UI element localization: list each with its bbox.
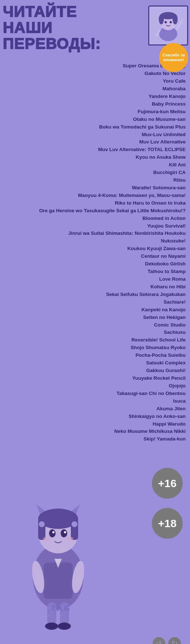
manga-list-item[interactable]: Koukou Kyuuji Zawa-san bbox=[0, 245, 186, 253]
manga-list-item[interactable]: Kanpeki na Kanojo bbox=[0, 306, 186, 314]
thanks-bubble: Спасибо за внимание! bbox=[159, 43, 188, 72]
svg-point-38 bbox=[61, 615, 62, 616]
mascot-box bbox=[148, 5, 188, 46]
title-line-3: Переводы: bbox=[3, 36, 145, 52]
manga-list-item[interactable]: Reversible! School Life bbox=[0, 336, 186, 344]
manga-list-item[interactable]: Kyou no Asuka Show bbox=[0, 154, 186, 161]
age-badge-18[interactable]: +18 bbox=[152, 508, 183, 539]
manga-list-item[interactable]: Satsuki Complex bbox=[0, 359, 186, 367]
manga-list-item[interactable]: Ardour bbox=[0, 55, 186, 62]
manga-list-item[interactable]: Maoyuu 4-Koma: Muitemasen yo, Maou-sama! bbox=[0, 192, 186, 199]
manga-list-item[interactable]: Dekoboko Girlish bbox=[0, 260, 186, 268]
manga-list-item[interactable]: Otaku no Musume-san bbox=[0, 116, 186, 123]
svg-point-5 bbox=[165, 21, 167, 23]
svg-point-25 bbox=[43, 537, 50, 541]
manga-list-item[interactable]: Gakkou Gurashi! bbox=[0, 367, 186, 375]
svg-point-6 bbox=[170, 21, 172, 23]
manga-list-section: ArdourSuper Oresama Love StoryGakuto No … bbox=[0, 52, 190, 446]
manga-list-item[interactable]: Fujimura-kun Meitsu bbox=[0, 108, 186, 116]
manga-list-item[interactable]: Sachiare! bbox=[0, 299, 186, 306]
svg-point-24 bbox=[64, 531, 66, 533]
title-text: Читайте Наши Переводы: bbox=[3, 4, 148, 52]
manga-list-item[interactable]: Kill Ani bbox=[0, 161, 186, 169]
manga-list-item[interactable]: Isuca bbox=[0, 398, 186, 405]
title-line-2: Наши bbox=[3, 20, 145, 36]
manga-list-item[interactable]: Bucchigiri CA bbox=[0, 169, 186, 177]
manga-list-item[interactable]: Skip! Yamada-kun bbox=[0, 435, 186, 443]
manga-list-item[interactable]: Yandere Kanojo bbox=[0, 93, 186, 100]
svg-point-20 bbox=[72, 521, 77, 527]
manga-list-item[interactable]: Takasugi-san Chi no Obentou bbox=[0, 390, 186, 398]
age-badge-16[interactable]: +16 bbox=[152, 468, 183, 499]
bottom-section: ТАБ +16 +18 ↺ ↻ bbox=[0, 446, 190, 644]
manga-list-item[interactable]: Bloomed in Action bbox=[0, 215, 186, 222]
manga-list-item[interactable]: Baby Princess bbox=[0, 100, 186, 108]
manga-list-item[interactable]: Shojo Shumatsu Ryoko bbox=[0, 344, 186, 352]
svg-point-8 bbox=[179, 20, 183, 24]
manga-list-item[interactable]: Happi Warudo bbox=[0, 420, 186, 428]
nav-icons: ↺ ↻ bbox=[153, 637, 181, 644]
svg-point-23 bbox=[52, 531, 54, 533]
manga-list-item[interactable]: Boku wa Tomodachi ga Sukunai Plus bbox=[0, 123, 186, 131]
title-line-1: Читайте bbox=[3, 4, 145, 20]
manga-list-item[interactable]: Centaur no Nayami bbox=[0, 253, 186, 260]
manga-list-item[interactable]: Sachiusu bbox=[0, 329, 186, 336]
manga-list-item[interactable]: Seiten no Hekigan bbox=[0, 314, 186, 321]
manga-list-item[interactable]: Yoru Cafe bbox=[0, 78, 186, 85]
manga-list-item[interactable]: Yuuyake Rocket Pencil bbox=[0, 375, 186, 382]
manga-list-item[interactable]: Waratte! Sotomura-san bbox=[0, 184, 186, 192]
manga-list-item[interactable]: Comic Studio bbox=[0, 321, 186, 329]
manga-list-item[interactable]: Gakuto No Vector bbox=[0, 70, 186, 78]
manga-list-item[interactable]: Shinkaigyo no Anko-san bbox=[0, 413, 186, 420]
header-section: Читайте Наши Переводы: bbox=[0, 0, 190, 52]
manga-list-item[interactable]: Neko Musume Michikusa Nikki bbox=[0, 428, 186, 435]
svg-point-4 bbox=[173, 14, 178, 24]
manga-list-item[interactable]: Love Roma bbox=[0, 276, 186, 283]
manga-list-item[interactable]: Muv Luv Alternative: TOTAL ECLIPSE bbox=[0, 146, 186, 154]
svg-point-31 bbox=[45, 623, 58, 630]
svg-point-19 bbox=[39, 521, 45, 527]
svg-point-33 bbox=[48, 607, 50, 609]
manga-list-item[interactable]: Jinrui wa Suitai Shimashita: Nonbirishit… bbox=[0, 230, 186, 237]
svg-point-21 bbox=[49, 529, 56, 537]
manga-list-item[interactable]: Taihou to Stamp bbox=[0, 268, 186, 276]
manga-list-item[interactable]: Yuujou Survival! bbox=[0, 222, 186, 230]
manga-list-item[interactable]: Pocha-Pocha Suieibu bbox=[0, 352, 186, 359]
svg-point-32 bbox=[58, 623, 71, 630]
manga-list-item[interactable]: Muv Luv Alternative bbox=[0, 138, 186, 146]
page-container: Читайте Наши Переводы: bbox=[0, 0, 190, 644]
svg-line-7 bbox=[177, 23, 181, 29]
manga-list-item[interactable]: Mahoraba bbox=[0, 85, 186, 93]
nav-prev-icon[interactable]: ↺ bbox=[153, 637, 165, 644]
manga-list-item[interactable]: Ritsu bbox=[0, 177, 186, 184]
svg-point-35 bbox=[48, 615, 50, 616]
svg-point-22 bbox=[61, 529, 67, 537]
manga-list-item[interactable]: Ore ga Heroine wo Tasukasugite Sekai ga … bbox=[0, 207, 186, 215]
manga-list-item[interactable]: Ojojojo bbox=[0, 382, 186, 390]
svg-point-26 bbox=[66, 537, 73, 541]
manga-list-item[interactable]: Akuma Jiten bbox=[0, 405, 186, 413]
manga-list-item[interactable]: Muv-Luv Unlimited bbox=[0, 131, 186, 139]
tab-label: ТАБ bbox=[51, 604, 71, 613]
manga-list-item[interactable]: Nukozuke! bbox=[0, 237, 186, 245]
manga-list-item[interactable]: Koharu no Hibi bbox=[0, 283, 186, 291]
manga-list-item[interactable]: Super Oresama Love Story bbox=[0, 62, 186, 70]
nav-next-icon[interactable]: ↻ bbox=[168, 637, 181, 644]
svg-point-3 bbox=[159, 14, 164, 24]
manga-list-item[interactable]: Sekai Seifuku Sekirara Jogakukan bbox=[0, 291, 186, 299]
manga-list-item[interactable]: Riko to Haru to Onsen to Iruka bbox=[0, 199, 186, 207]
